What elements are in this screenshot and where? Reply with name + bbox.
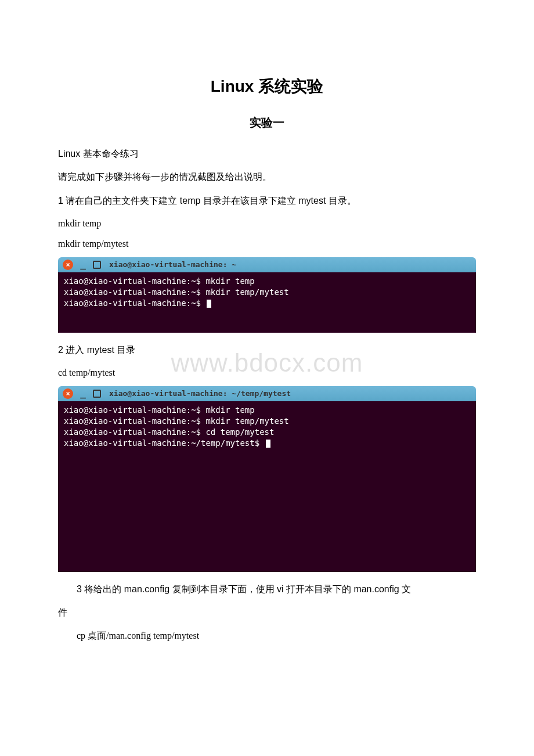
page-title: Linux 系统实验 (58, 75, 476, 98)
step-3-text-line1: 3 将给出的 man.config 复制到本目录下面，使用 vi 打开本目录下的… (58, 581, 476, 598)
terminal-title: xiao@xiao-virtual-machine: ~/temp/mytest (109, 389, 291, 398)
close-icon[interactable]: × (63, 260, 73, 270)
terminal-screenshot-2: × _ xiao@xiao-virtual-machine: ~/temp/my… (58, 386, 476, 572)
terminal-line: xiao@xiao-virtual-machine:~$ mkdir temp/… (64, 416, 470, 427)
command-mkdir-mytest: mkdir temp/mytest (58, 236, 476, 253)
terminal-output: xiao@xiao-virtual-machine:~$ mkdir temp … (58, 401, 476, 572)
terminal-title: xiao@xiao-virtual-machine: ~ (109, 260, 236, 269)
terminal-screenshot-1: × _ xiao@xiao-virtual-machine: ~ xiao@xi… (58, 257, 476, 333)
terminal-line: xiao@xiao-virtual-machine:~$ (64, 298, 470, 309)
terminal-line: xiao@xiao-virtual-machine:~$ cd temp/myt… (64, 427, 470, 438)
cursor-icon (266, 440, 270, 448)
terminal-line: xiao@xiao-virtual-machine:~$ mkdir temp (64, 405, 470, 416)
minimize-icon[interactable]: _ (78, 388, 88, 399)
command-cp: cp 桌面/man.config temp/mytest (58, 628, 476, 645)
cursor-icon (207, 300, 211, 308)
terminal-titlebar: × _ xiao@xiao-virtual-machine: ~ (58, 257, 476, 272)
minimize-icon[interactable]: _ (78, 260, 88, 270)
command-mkdir-temp: mkdir temp (58, 215, 476, 232)
terminal-line: xiao@xiao-virtual-machine:~$ mkdir temp/… (64, 287, 470, 298)
close-icon[interactable]: × (63, 388, 73, 399)
maximize-icon[interactable] (93, 390, 101, 398)
step-1-text: 1 请在自己的主文件夹下建立 temp 目录并在该目录下建立 mytest 目录… (58, 192, 476, 210)
maximize-icon[interactable] (93, 261, 101, 269)
command-cd: cd temp/mytest (58, 365, 476, 381)
intro-line-1: Linux 基本命令练习 (58, 145, 476, 163)
step-2-text: 2 进入 mytest 目录 (58, 341, 476, 359)
terminal-line: xiao@xiao-virtual-machine:~$ mkdir temp (64, 276, 470, 287)
terminal-line: xiao@xiao-virtual-machine:~/temp/mytest$ (64, 438, 470, 449)
step-3-text-line2: 件 (58, 604, 476, 621)
experiment-subtitle: 实验一 (58, 115, 476, 131)
terminal-titlebar: × _ xiao@xiao-virtual-machine: ~/temp/my… (58, 386, 476, 401)
terminal-output: xiao@xiao-virtual-machine:~$ mkdir temp … (58, 272, 476, 333)
intro-line-2: 请完成如下步骤并将每一步的情况截图及给出说明。 (58, 168, 476, 186)
